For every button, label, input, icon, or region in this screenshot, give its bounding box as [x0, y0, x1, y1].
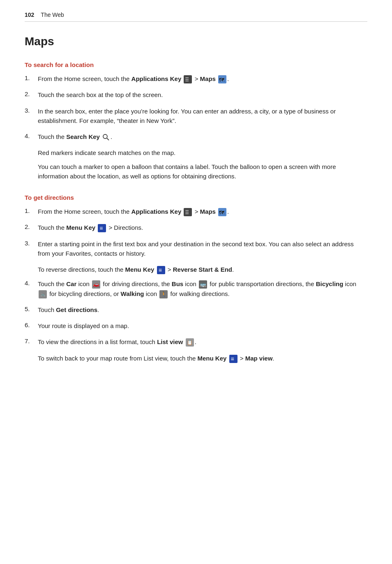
bus-icon: 🚌	[199, 280, 207, 289]
bold-reverse-start-end: Reverse Start & End	[173, 266, 232, 273]
header-section-name: The Web	[41, 12, 64, 18]
search-steps-list: 1. From the Home screen, touch the Appli…	[25, 74, 367, 141]
bold-bus: Bus	[172, 280, 183, 287]
maps-icon	[218, 75, 226, 83]
bold-bicycling: Bicycling	[316, 280, 344, 287]
bold-search-key: Search Key	[66, 133, 100, 140]
directions-step-3: 3. Enter a starting point in the first t…	[25, 239, 367, 259]
step-number: 3.	[25, 239, 38, 247]
bold-car: Car	[66, 280, 76, 287]
step-number: 7.	[25, 337, 38, 344]
directions-subnote-mapview: To switch back to your map route from Li…	[38, 354, 367, 363]
directions-step-4: 4. Touch the Car icon 🚗 for driving dire…	[25, 279, 367, 298]
menu-key-icon	[229, 355, 238, 363]
step-content: In the search box, enter the place you’r…	[38, 106, 367, 126]
step-content: Touch the Search Key .	[38, 132, 367, 141]
search-step-1: 1. From the Home screen, touch the Appli…	[25, 74, 367, 83]
maps-icon	[218, 208, 226, 216]
step-number: 2.	[25, 223, 38, 230]
step-content: Your route is displayed on a map.	[38, 321, 367, 331]
bicycle-icon: 🚲	[39, 290, 47, 298]
bold-get-directions: Get directions	[56, 306, 97, 313]
bold-applications-key: Applications Key	[131, 208, 182, 215]
directions-step-5: 5. Touch Get directions.	[25, 305, 367, 314]
directions-steps-list-cont: 4. Touch the Car icon 🚗 for driving dire…	[25, 279, 367, 347]
walking-icon: 🚶	[159, 290, 168, 298]
car-icon: 🚗	[92, 280, 100, 289]
step-content: From the Home screen, touch the Applicat…	[38, 74, 367, 83]
menu-key-icon	[157, 266, 165, 274]
step-number: 1.	[25, 74, 38, 81]
svg-point-0	[103, 134, 107, 139]
step-content: Touch the search box at the top of the s…	[38, 90, 367, 99]
step-content: To view the directions in a list format,…	[38, 337, 367, 347]
bold-menu-key: Menu Key	[125, 266, 154, 273]
step-number: 2.	[25, 90, 38, 97]
step-number: 4.	[25, 132, 38, 139]
search-subnote-2: You can touch a marker to open a balloon…	[38, 162, 367, 181]
step-number: 6.	[25, 321, 38, 328]
directions-step-7: 7. To view the directions in a list form…	[25, 337, 367, 347]
search-key-icon	[102, 134, 110, 141]
search-step-4: 4. Touch the Search Key .	[25, 132, 367, 141]
list-view-icon: 📋	[186, 338, 194, 347]
search-step-2: 2. Touch the search box at the top of th…	[25, 90, 367, 99]
search-subnote-1: Red markers indicate search matches on t…	[38, 148, 367, 157]
search-step-3: 3. In the search box, enter the place yo…	[25, 106, 367, 126]
apps-key-icon	[184, 208, 192, 216]
main-title: Maps	[25, 35, 367, 48]
menu-key-icon	[98, 224, 106, 232]
bold-applications-key: Applications Key	[131, 75, 182, 82]
svg-line-1	[107, 138, 109, 140]
directions-step-2: 2. Touch the Menu Key > Directions.	[25, 223, 367, 232]
step-content: Touch the Car icon 🚗 for driving directi…	[38, 279, 367, 298]
bold-map-view: Map view	[245, 355, 273, 362]
directions-step-1: 1. From the Home screen, touch the Appli…	[25, 207, 367, 216]
bold-maps: Maps	[200, 208, 216, 215]
step-content: Touch the Menu Key > Directions.	[38, 223, 367, 232]
page-container: 102 The Web Maps To search for a locatio…	[0, 0, 392, 391]
directions-step-6: 6. Your route is displayed on a map.	[25, 321, 367, 331]
bold-maps: Maps	[200, 75, 216, 82]
bold-list-view: List view	[157, 338, 183, 345]
page-header: 102 The Web	[25, 12, 367, 22]
step-content: Enter a starting point in the first text…	[38, 239, 367, 259]
bold-walking: Walking	[121, 290, 144, 297]
step-number: 5.	[25, 305, 38, 312]
step-number: 1.	[25, 207, 38, 214]
step-content: Touch Get directions.	[38, 305, 367, 314]
subsection-title-search: To search for a location	[25, 61, 367, 68]
bold-menu-key: Menu Key	[198, 355, 227, 362]
step-content: From the Home screen, touch the Applicat…	[38, 207, 367, 216]
directions-steps-list: 1. From the Home screen, touch the Appli…	[25, 207, 367, 258]
step-number: 3.	[25, 106, 38, 114]
step-number: 4.	[25, 279, 38, 287]
subsection-title-directions: To get directions	[25, 194, 367, 201]
apps-key-icon	[184, 75, 192, 83]
page-number: 102	[25, 12, 34, 18]
bold-menu-key: Menu Key	[66, 224, 95, 231]
directions-subnote-reverse: To reverse directions, touch the Menu Ke…	[38, 265, 367, 274]
